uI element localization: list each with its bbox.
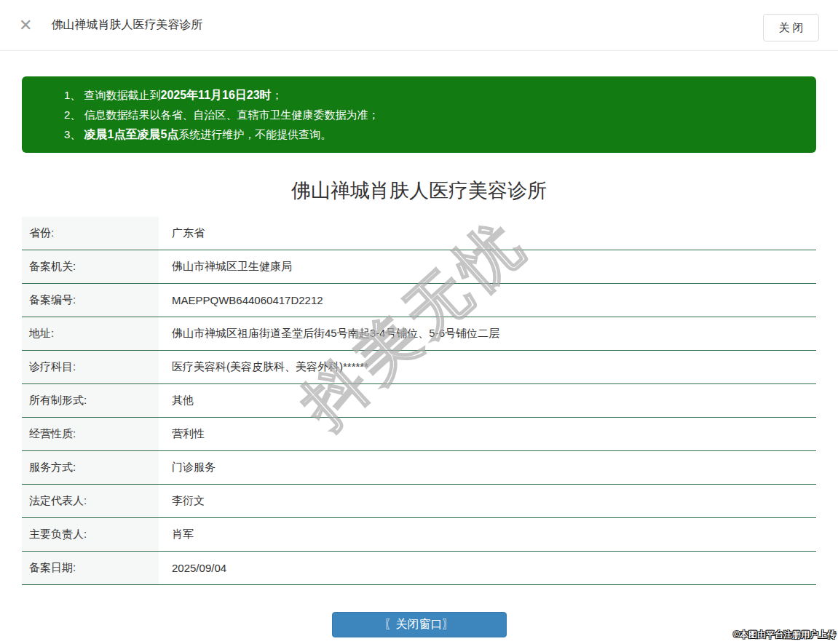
notice-text: 3、 [64,128,84,140]
table-row-medical-subjects: 诊疗科目: 医疗美容科(美容皮肤科、美容外科)****** [22,351,816,384]
row-value: 门诊服务 [159,451,216,484]
info-table: 省份: 广东省 备案机关: 佛山市禅城区卫生健康局 备案编号: MAEPPQWB… [22,217,816,585]
row-label: 省份: [22,217,159,250]
row-value: MAEPPQWB644060417D2212 [159,284,323,317]
table-row-business-nature: 经营性质: 营利性 [22,418,816,451]
row-value: 营利性 [159,418,205,450]
table-row-principal: 主要负责人: 肖军 [22,518,816,552]
notice-line-1: 1、 查询数据截止到2025年11月16日23时； [64,85,802,105]
row-value: 2025/09/04 [159,552,226,584]
table-row-address: 地址: 佛山市禅城区祖庙街道圣堂后街45号南起3-4号铺位、5-6号铺位二层 [22,317,816,351]
row-label: 主要负责人: [22,518,159,551]
row-value: 佛山市禅城区祖庙街道圣堂后街45号南起3-4号铺位、5-6号铺位二层 [159,317,499,350]
row-value: 其他 [159,384,194,417]
clinic-title: 佛山禅城肖肤人医疗美容诊所 [0,176,838,205]
table-row-legal-representative: 法定代表人: 李衍文 [22,485,816,518]
row-value: 医疗美容科(美容皮肤科、美容外科)****** [159,351,368,383]
table-row-filing-authority: 备案机关: 佛山市禅城区卫生健康局 [22,250,816,284]
row-value: 广东省 [159,217,205,250]
table-row-province: 省份: 广东省 [22,217,816,250]
row-label: 服务方式: [22,451,159,484]
row-value: 佛山市禅城区卫生健康局 [159,250,292,283]
window-titlebar: ✕ 佛山禅城肖肤人医疗美容诊所 关 闭 [0,0,838,51]
row-label: 所有制形式: [22,384,159,417]
row-value: 李衍文 [159,485,205,517]
row-label: 地址: [22,317,159,350]
row-label: 备案日期: [22,552,159,584]
row-label: 诊疗科目: [22,351,159,383]
notice-banner: 1、 查询数据截止到2025年11月16日23时； 2、 信息数据结果以各省、自… [22,76,816,153]
row-value: 肖军 [159,518,194,551]
row-label: 经营性质: [22,418,159,450]
close-icon[interactable]: ✕ [19,17,32,33]
table-row-service-mode: 服务方式: 门诊服务 [22,451,816,485]
close-button[interactable]: 关 闭 [763,14,819,41]
row-label: 备案编号: [22,284,159,317]
notice-text: ； [272,89,282,101]
upload-credit-text: ©本图由平台注册用户上传 [733,629,836,641]
table-row-filing-number: 备案编号: MAEPPQWB644060417D2212 [22,284,816,317]
row-label: 法定代表人: [22,485,159,517]
notice-line-2: 2、 信息数据结果以各省、自治区、直辖市卫生健康委数据为准； [64,105,802,124]
notice-bold-text: 凌晨1点至凌晨5点 [84,128,179,140]
notice-text: 系统进行维护，不能提供查询。 [178,128,331,140]
titlebar-clinic-name: 佛山禅城肖肤人医疗美容诊所 [51,17,202,33]
notice-line-3: 3、 凌晨1点至凌晨5点系统进行维护，不能提供查询。 [64,124,802,144]
notice-bold-text: 2025年11月16日23时 [161,89,272,101]
table-row-ownership-form: 所有制形式: 其他 [22,384,816,418]
close-window-button[interactable]: 〖关闭窗口〗 [332,612,507,637]
table-row-filing-date: 备案日期: 2025/09/04 [22,552,816,585]
row-label: 备案机关: [22,250,159,283]
notice-text: 2、 信息数据结果以各省、自治区、直辖市卫生健康委数据为准； [64,108,379,121]
notice-text: 1、 查询数据截止到 [64,89,161,101]
